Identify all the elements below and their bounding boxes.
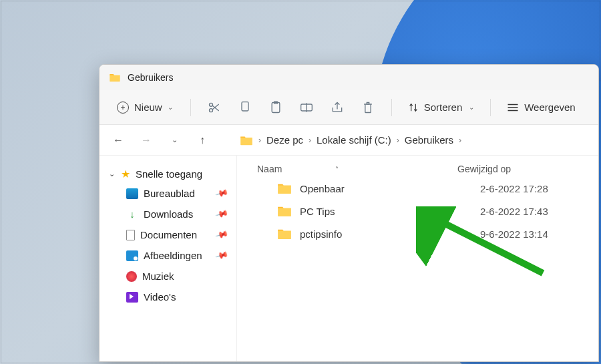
folder-row[interactable]: Openbaar 2-6-2022 17:28 [237, 177, 598, 200]
view-button[interactable]: Weergeven [502, 102, 580, 113]
sidebar-item-label: Afbeeldingen [144, 250, 202, 261]
col-name[interactable]: Naam [257, 164, 282, 174]
copy-icon [239, 101, 251, 114]
quick-access-label: Snelle toegang [136, 168, 202, 180]
explorer-window: Gebruikers + Nieuw ⌄ [99, 64, 599, 362]
sort-label: Sorteren [424, 102, 463, 113]
rename-button[interactable] [294, 96, 319, 120]
clipboard-icon [270, 101, 282, 114]
view-label: Weergeven [524, 102, 575, 113]
col-modified[interactable]: Gewijzigd op [457, 164, 585, 174]
recent-locations-button[interactable]: ⌄ [165, 136, 184, 144]
plus-icon: + [117, 102, 129, 114]
titlebar: Gebruikers [99, 65, 598, 90]
new-label: Nieuw [134, 102, 162, 113]
pin-icon: 📌 [214, 228, 228, 242]
new-button[interactable]: + Nieuw ⌄ [110, 98, 180, 118]
download-icon: ↓ [126, 209, 138, 220]
chevron-down-icon: ⌄ [108, 170, 116, 178]
sidebar-item-downloads[interactable]: ↓ Downloads 📌 [106, 204, 234, 224]
chevron-right-icon: › [459, 136, 461, 145]
pin-icon: 📌 [214, 207, 228, 221]
quick-access[interactable]: ⌄ ★ Snelle toegang [106, 165, 234, 183]
scissors-icon [208, 101, 221, 114]
folder-date: 2-6-2022 17:43 [480, 206, 548, 217]
music-icon [126, 271, 137, 282]
folder-row[interactable]: pctipsinfo 9-6-2022 13:14 [237, 222, 598, 245]
folder-icon [277, 182, 292, 194]
sidebar-item-bureaublad[interactable]: Bureaublad 📌 [106, 183, 234, 204]
crumb-segment[interactable]: Deze pc [266, 134, 303, 146]
window-title: Gebruikers [128, 72, 173, 83]
sidebar-item-label: Documenten [140, 229, 197, 240]
folder-icon [277, 205, 292, 217]
sidebar: ⌄ ★ Snelle toegang Bureaublad 📌 ↓ Downlo… [99, 156, 237, 361]
sort-asc-icon: ˄ [335, 166, 339, 173]
address-bar: ← → ⌄ ↑ › Deze pc › Lokale schijf (C:) ›… [99, 125, 598, 156]
folder-name: Openbaar [300, 183, 472, 194]
file-list: Naam ˄ Gewijzigd op Openbaar 2-6-2022 17… [237, 156, 598, 361]
folder-name: PC Tips [300, 206, 472, 217]
folder-icon [277, 228, 292, 240]
share-icon [331, 101, 344, 114]
folder-date: 2-6-2022 17:28 [480, 183, 548, 194]
view-icon [507, 103, 519, 112]
sidebar-item-label: Downloads [144, 208, 193, 220]
share-button[interactable] [325, 96, 350, 120]
video-icon [126, 292, 138, 303]
toolbar: + Nieuw ⌄ [99, 90, 598, 125]
forward-button[interactable]: → [137, 134, 156, 146]
desktop-icon [126, 188, 138, 199]
chevron-right-icon: › [258, 136, 261, 145]
chevron-down-icon: ⌄ [469, 104, 474, 111]
crumb-segment[interactable]: Lokale schijf (C:) [317, 134, 391, 146]
sidebar-item-documenten[interactable]: Documenten 📌 [106, 224, 234, 245]
trash-icon [362, 101, 374, 114]
document-icon [126, 230, 135, 240]
cut-button[interactable] [202, 96, 227, 120]
copy-button[interactable] [232, 96, 258, 120]
folder-name: pctipsinfo [300, 228, 472, 240]
sidebar-item-label: Muziek [142, 270, 174, 282]
chevron-down-icon: ⌄ [168, 104, 173, 111]
pictures-icon [126, 250, 138, 261]
folder-icon [240, 135, 253, 146]
breadcrumb[interactable]: › Deze pc › Lokale schijf (C:) › Gebruik… [240, 134, 461, 146]
sidebar-item-label: Bureaublad [144, 188, 195, 199]
folder-date: 9-6-2022 13:14 [480, 228, 548, 240]
sidebar-item-muziek[interactable]: Muziek [106, 266, 234, 287]
folder-row[interactable]: PC Tips 2-6-2022 17:43 [237, 200, 598, 222]
column-headers[interactable]: Naam ˄ Gewijzigd op [237, 158, 598, 177]
back-button[interactable]: ← [109, 134, 128, 146]
pin-icon: 📌 [214, 186, 228, 200]
delete-button[interactable] [355, 96, 381, 120]
folder-icon [109, 73, 121, 82]
star-icon: ★ [121, 168, 130, 180]
crumb-segment[interactable]: Gebruikers [405, 134, 453, 146]
chevron-right-icon: › [397, 136, 399, 145]
sidebar-item-label: Video's [144, 291, 176, 303]
up-button[interactable]: ↑ [193, 134, 212, 146]
svg-rect-2 [242, 102, 248, 110]
paste-button[interactable] [263, 96, 288, 120]
rename-icon [300, 102, 313, 114]
chevron-right-icon: › [309, 136, 311, 145]
sort-icon [408, 102, 419, 113]
sidebar-item-videos[interactable]: Video's [106, 287, 234, 307]
sidebar-item-afbeeldingen[interactable]: Afbeeldingen 📌 [106, 245, 234, 266]
sort-button[interactable]: Sorteren ⌄ [403, 102, 480, 113]
pin-icon: 📌 [214, 248, 228, 262]
